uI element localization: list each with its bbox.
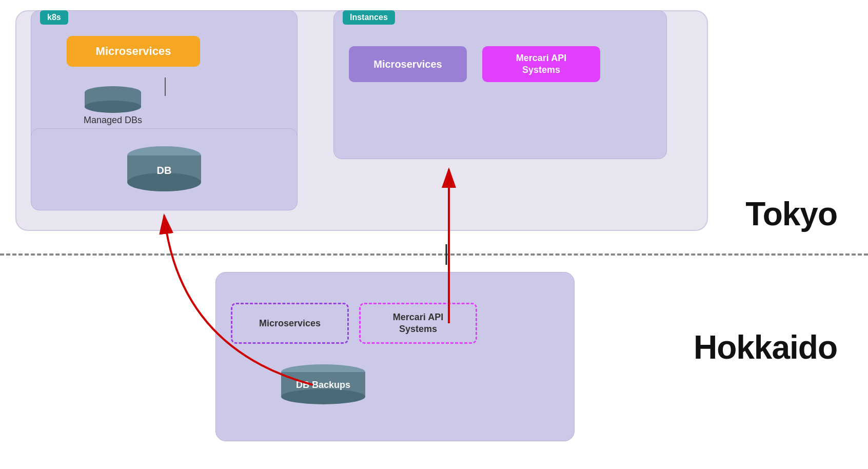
svg-point-8 [281,389,365,404]
svg-point-2 [85,101,141,113]
tokyo-label: Tokyo [745,195,837,233]
region-divider [0,253,868,256]
microservices-purple-box: Microservices [349,46,467,82]
db-outer-box: DB [31,128,298,210]
mercari-api-dashed-box: Mercari APISystems [359,303,477,344]
microservices-dashed-box: Microservices [231,303,349,344]
mercari-api-pink-box: Mercari APISystems [482,46,600,82]
diagram-container: k8s Microservices Managed DBs DB Instanc… [0,0,868,469]
db-label: DB [157,165,172,177]
managed-dbs-label: Managed DBs [84,115,142,126]
managed-dbs-area: Managed DBs [82,86,144,126]
microservices-purple-label: Microservices [373,58,442,70]
microservices-orange-box: Microservices [67,36,200,67]
mercari-api-dashed-label: Mercari APISystems [393,311,443,336]
hokkaido-label: Hokkaido [694,328,837,366]
db-backups-area: DB Backups [277,364,369,405]
microservices-orange-label: Microservices [96,45,171,58]
ms-to-manageddb-connector [165,77,166,96]
managed-dbs-icon [82,86,144,113]
microservices-dashed-label: Microservices [259,318,321,329]
hokkaido-box [215,272,575,441]
instances-badge: Instances [343,10,395,25]
db-cylinder-container: DB [123,146,205,192]
db-backups-label: DB Backups [296,380,350,390]
db-backups-cylinder-container: DB Backups [277,364,369,405]
instances-box [333,10,667,159]
k8s-badge: k8s [40,10,68,25]
mercari-api-pink-label: Mercari APISystems [516,52,566,76]
